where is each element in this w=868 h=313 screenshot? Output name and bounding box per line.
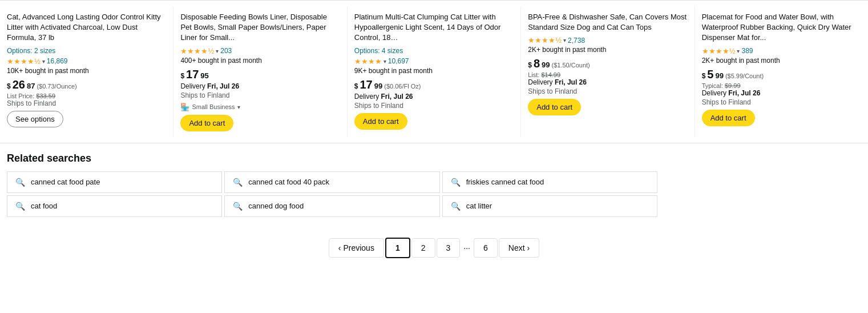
product-card-p4: BPA-Free & Dishwasher Safe, Can Covers M… bbox=[521, 6, 695, 137]
search-icon: 🔍 bbox=[15, 178, 25, 187]
page-button-1[interactable]: 1 bbox=[385, 238, 410, 258]
price-dollar-sign: $ bbox=[7, 82, 11, 90]
price-cents: 95 bbox=[200, 71, 208, 80]
ships-text: Ships to Finland bbox=[702, 98, 861, 106]
ships-text: Ships to Finland bbox=[7, 99, 166, 107]
bought-count: 400+ bought in past month bbox=[180, 57, 340, 65]
product-card-p3: Platinum Multi-Cat Clumping Cat Litter w… bbox=[348, 6, 521, 137]
search-item-rs4[interactable]: 🔍 cat food bbox=[7, 195, 222, 217]
price-row: $ 5 99 ($5.99/Count) bbox=[702, 68, 861, 81]
price-cents: 99 bbox=[374, 82, 382, 90]
stars: ★★★★ bbox=[354, 57, 382, 66]
rating-count[interactable]: 16,869 bbox=[47, 57, 68, 65]
small-business-icon: 🏪 bbox=[180, 103, 189, 111]
small-business-badge: 🏪 Small Business ▾ bbox=[180, 103, 340, 111]
chevron-down-icon[interactable]: ▾ bbox=[737, 48, 740, 54]
search-item-rs6[interactable]: 🔍 cat litter bbox=[442, 195, 657, 217]
search-term: cat food bbox=[31, 202, 57, 210]
small-biz-chevron-icon[interactable]: ▾ bbox=[237, 104, 240, 110]
product-title: BPA-Free & Dishwasher Safe, Can Covers M… bbox=[528, 12, 687, 33]
stars-row: ★★★★½ ▾ 2,738 bbox=[528, 36, 687, 45]
bought-count: 10K+ bought in past month bbox=[7, 67, 166, 75]
search-item-rs5[interactable]: 🔍 canned dog food bbox=[224, 195, 439, 217]
search-icon: 🔍 bbox=[451, 178, 461, 187]
bought-count: 2K+ bought in past month bbox=[528, 46, 687, 54]
ships-text: Ships to Finland bbox=[180, 91, 340, 99]
small-business-label: Small Business bbox=[192, 103, 235, 110]
stars: ★★★★½ bbox=[528, 36, 562, 45]
chevron-down-icon[interactable]: ▾ bbox=[383, 58, 386, 65]
delivery-text: Delivery Fri, Jul 26 bbox=[528, 78, 687, 86]
price-dollar-sign: $ bbox=[528, 61, 532, 69]
search-icon: 🔍 bbox=[451, 202, 461, 211]
add-to-cart-button[interactable]: Add to cart bbox=[702, 110, 755, 126]
pagination-dots: ··· bbox=[461, 239, 473, 257]
search-term: canned cat food pate bbox=[31, 178, 100, 186]
options-link[interactable]: Options: 4 sizes bbox=[354, 47, 514, 55]
search-grid: 🔍 canned cat food pate 🔍 canned cat food… bbox=[7, 171, 657, 217]
add-to-cart-button[interactable]: Add to cart bbox=[528, 99, 581, 115]
page-button-2[interactable]: 2 bbox=[411, 238, 435, 258]
bought-count: 9K+ bought in past month bbox=[354, 67, 514, 75]
price-row: $ 17 99 ($0.06/Fl Oz) bbox=[354, 78, 514, 91]
products-section: Cat, Advanced Long Lasting Odor Control … bbox=[0, 0, 868, 143]
chevron-down-icon[interactable]: ▾ bbox=[42, 58, 45, 65]
price-per-unit: ($1.50/Count) bbox=[552, 62, 590, 69]
price-per-unit: ($5.99/Count) bbox=[725, 73, 764, 79]
price-dollars: 5 bbox=[707, 68, 713, 81]
product-card-p5: Placemat for Food and Water Bowl, with W… bbox=[695, 6, 868, 137]
search-icon: 🔍 bbox=[233, 178, 243, 187]
product-title: Platinum Multi-Cat Clumping Cat Litter w… bbox=[354, 12, 514, 43]
previous-button[interactable]: ‹ Previous bbox=[329, 238, 384, 258]
delivery-text: Delivery Fri, Jul 26 bbox=[180, 82, 340, 90]
see-options-button[interactable]: See options bbox=[7, 111, 63, 127]
price-cents: 99 bbox=[715, 71, 723, 80]
search-term: cat litter bbox=[466, 202, 492, 210]
page-button-3[interactable]: 3 bbox=[437, 238, 461, 258]
list-price: Typical: $9.99 bbox=[702, 82, 861, 89]
price-row: $ 8 99 ($1.50/Count) bbox=[528, 57, 687, 70]
price-row: $ 17 95 bbox=[180, 68, 340, 81]
search-icon: 🔍 bbox=[15, 202, 25, 211]
search-item-rs2[interactable]: 🔍 canned cat food 40 pack bbox=[224, 171, 439, 193]
price-cents: 99 bbox=[542, 61, 550, 69]
price-cents: 87 bbox=[27, 82, 35, 90]
search-term: friskies canned cat food bbox=[466, 178, 544, 186]
price-dollars: 17 bbox=[186, 68, 199, 81]
search-term: canned cat food 40 pack bbox=[248, 178, 329, 186]
related-searches-section: Related searches 🔍 canned cat food pate … bbox=[0, 143, 868, 226]
rating-count[interactable]: 2,738 bbox=[568, 37, 585, 45]
ships-text: Ships to Finland bbox=[528, 87, 687, 95]
next-chevron-icon: › bbox=[527, 243, 530, 252]
stars: ★★★★½ bbox=[702, 47, 736, 55]
next-button[interactable]: Next › bbox=[499, 238, 539, 258]
add-to-cart-button[interactable]: Add to cart bbox=[180, 115, 233, 131]
products-row: Cat, Advanced Long Lasting Odor Control … bbox=[0, 0, 868, 143]
delivery-text: Delivery Fri, Jul 26 bbox=[354, 93, 514, 101]
rating-count[interactable]: 10,697 bbox=[388, 57, 409, 65]
product-card-p2: Disposable Feeding Bowls Liner, Disposab… bbox=[173, 6, 347, 137]
rating-count[interactable]: 203 bbox=[220, 47, 232, 55]
stars-row: ★★★★½ ▾ 16,869 bbox=[7, 57, 166, 66]
price-per-unit: ($0.06/Fl Oz) bbox=[384, 83, 421, 90]
search-item-rs3[interactable]: 🔍 friskies canned cat food bbox=[442, 171, 657, 193]
stars: ★★★★½ bbox=[7, 57, 41, 66]
product-title: Disposable Feeding Bowls Liner, Disposab… bbox=[180, 12, 340, 43]
search-icon: 🔍 bbox=[233, 202, 243, 211]
stars-row: ★★★★½ ▾ 389 bbox=[702, 47, 861, 55]
page-button-6[interactable]: 6 bbox=[474, 238, 498, 258]
product-title: Cat, Advanced Long Lasting Odor Control … bbox=[7, 12, 166, 43]
prev-chevron-icon: ‹ bbox=[338, 243, 341, 252]
stars: ★★★★½ bbox=[180, 47, 214, 55]
chevron-down-icon[interactable]: ▾ bbox=[563, 37, 566, 43]
product-title: Placemat for Food and Water Bowl, with W… bbox=[702, 12, 861, 43]
rating-count[interactable]: 389 bbox=[741, 47, 753, 55]
options-link[interactable]: Options: 2 sizes bbox=[7, 47, 166, 55]
price-row: $ 26 87 ($0.73/Ounce) bbox=[7, 78, 166, 91]
chevron-down-icon[interactable]: ▾ bbox=[216, 48, 219, 54]
list-price: List Price: $33.59 bbox=[7, 93, 166, 99]
related-searches-title: Related searches bbox=[7, 153, 861, 164]
pagination: ‹ Previous123···6Next › bbox=[0, 226, 868, 275]
search-item-rs1[interactable]: 🔍 canned cat food pate bbox=[7, 171, 222, 193]
add-to-cart-button[interactable]: Add to cart bbox=[354, 113, 407, 130]
